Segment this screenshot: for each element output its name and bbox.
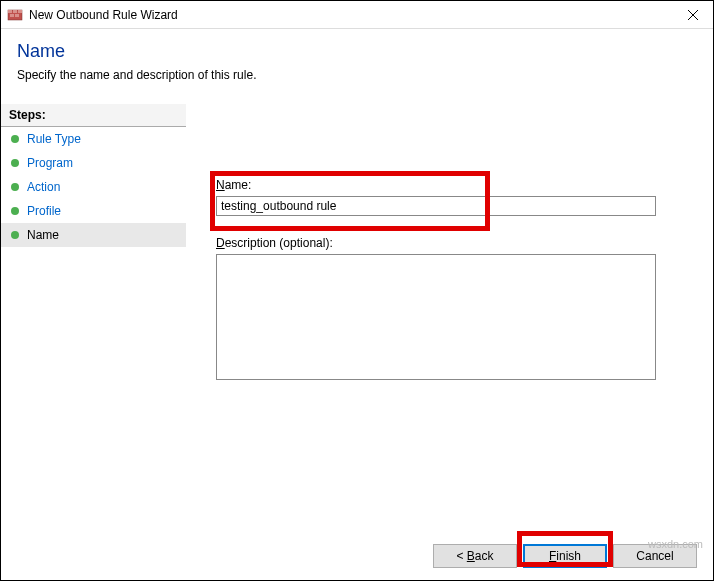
svg-rect-2 (13, 10, 17, 13)
firewall-icon (7, 7, 23, 23)
wizard-header: Name Specify the name and description of… (1, 29, 713, 98)
wizard-body: Steps: Rule Type Program Action Profile … (1, 98, 713, 568)
wizard-window: New Outbound Rule Wizard Name Specify th… (0, 0, 714, 581)
titlebar: New Outbound Rule Wizard (1, 1, 713, 29)
step-label: Rule Type (27, 132, 81, 146)
step-name[interactable]: Name (1, 223, 186, 247)
svg-rect-3 (18, 10, 22, 13)
name-field-group: Name: (216, 178, 683, 216)
step-bullet-icon (11, 231, 19, 239)
description-label: Description (optional): (216, 236, 683, 250)
window-title: New Outbound Rule Wizard (29, 8, 673, 22)
step-bullet-icon (11, 135, 19, 143)
step-label: Program (27, 156, 73, 170)
description-field-group: Description (optional): (216, 236, 683, 383)
cancel-button[interactable]: Cancel (613, 544, 697, 568)
svg-rect-1 (8, 10, 12, 13)
step-bullet-icon (11, 183, 19, 191)
back-button[interactable]: < Back (433, 544, 517, 568)
name-input[interactable] (216, 196, 656, 216)
wizard-buttons: < Back Finish Cancel (433, 544, 697, 568)
step-bullet-icon (11, 159, 19, 167)
step-rule-type[interactable]: Rule Type (1, 127, 186, 151)
svg-rect-5 (15, 14, 19, 17)
step-label: Profile (27, 204, 61, 218)
close-button[interactable] (673, 1, 713, 29)
close-icon (688, 10, 698, 20)
step-profile[interactable]: Profile (1, 199, 186, 223)
description-input[interactable] (216, 254, 656, 380)
step-label: Action (27, 180, 60, 194)
step-bullet-icon (11, 207, 19, 215)
step-program[interactable]: Program (1, 151, 186, 175)
finish-button[interactable]: Finish (523, 544, 607, 568)
svg-rect-4 (10, 14, 14, 17)
wizard-content: Name: Description (optional): (186, 98, 713, 568)
steps-heading: Steps: (1, 104, 186, 127)
step-label: Name (27, 228, 59, 242)
page-title: Name (17, 41, 697, 62)
name-label: Name: (216, 178, 683, 192)
page-subtitle: Specify the name and description of this… (17, 68, 697, 82)
step-action[interactable]: Action (1, 175, 186, 199)
steps-sidebar: Steps: Rule Type Program Action Profile … (1, 98, 186, 568)
